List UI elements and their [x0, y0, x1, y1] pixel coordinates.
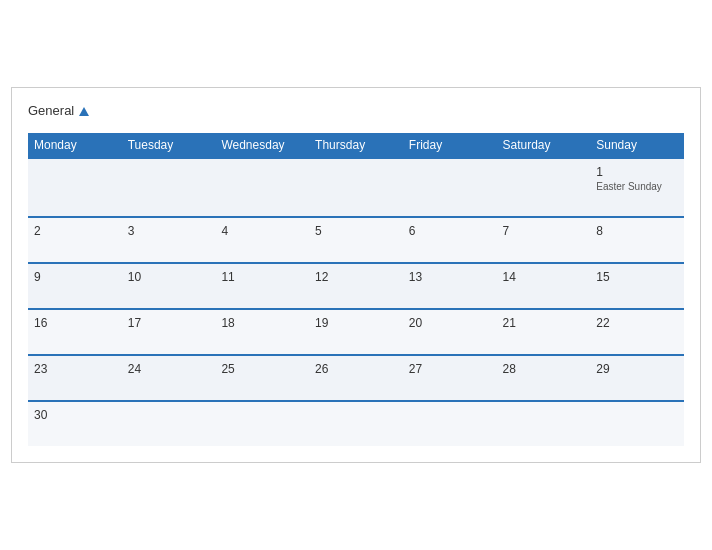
weekday-header-sunday: Sunday	[590, 133, 684, 158]
day-number: 7	[503, 224, 585, 238]
calendar-cell: 16	[28, 309, 122, 355]
calendar-cell: 9	[28, 263, 122, 309]
calendar-cell: 11	[215, 263, 309, 309]
calendar-cell: 12	[309, 263, 403, 309]
logo-general-text: General	[28, 104, 89, 118]
calendar-cell: 6	[403, 217, 497, 263]
week-row-1: 1Easter Sunday	[28, 158, 684, 217]
week-row-4: 16171819202122	[28, 309, 684, 355]
calendar-cell: 29	[590, 355, 684, 401]
weekday-header-row: MondayTuesdayWednesdayThursdayFridaySatu…	[28, 133, 684, 158]
calendar-cell: 8	[590, 217, 684, 263]
calendar-cell	[403, 158, 497, 217]
weekday-header-monday: Monday	[28, 133, 122, 158]
calendar-cell	[215, 401, 309, 446]
weekday-header-wednesday: Wednesday	[215, 133, 309, 158]
week-row-2: 2345678	[28, 217, 684, 263]
weekday-header-saturday: Saturday	[497, 133, 591, 158]
logo: General	[28, 104, 89, 118]
calendar-cell	[122, 401, 216, 446]
calendar-cell	[28, 158, 122, 217]
calendar-cell: 15	[590, 263, 684, 309]
calendar-thead: MondayTuesdayWednesdayThursdayFridaySatu…	[28, 133, 684, 158]
calendar-cell: 5	[309, 217, 403, 263]
day-number: 14	[503, 270, 585, 284]
calendar-cell	[122, 158, 216, 217]
calendar-cell: 19	[309, 309, 403, 355]
day-number: 17	[128, 316, 210, 330]
calendar-cell: 23	[28, 355, 122, 401]
calendar-cell	[497, 158, 591, 217]
calendar-body: 1Easter Sunday23456789101112131415161718…	[28, 158, 684, 446]
calendar-cell: 17	[122, 309, 216, 355]
weekday-header-tuesday: Tuesday	[122, 133, 216, 158]
day-number: 29	[596, 362, 678, 376]
calendar-cell: 20	[403, 309, 497, 355]
day-number: 30	[34, 408, 116, 422]
calendar-cell: 1Easter Sunday	[590, 158, 684, 217]
calendar-cell	[403, 401, 497, 446]
calendar-cell: 21	[497, 309, 591, 355]
calendar-cell: 13	[403, 263, 497, 309]
day-number: 10	[128, 270, 210, 284]
calendar-cell: 30	[28, 401, 122, 446]
day-number: 3	[128, 224, 210, 238]
day-number: 9	[34, 270, 116, 284]
calendar-cell: 24	[122, 355, 216, 401]
calendar-cell: 27	[403, 355, 497, 401]
weekday-header-friday: Friday	[403, 133, 497, 158]
day-number: 2	[34, 224, 116, 238]
day-number: 21	[503, 316, 585, 330]
day-number: 15	[596, 270, 678, 284]
calendar-cell: 2	[28, 217, 122, 263]
week-row-3: 9101112131415	[28, 263, 684, 309]
day-number: 26	[315, 362, 397, 376]
day-number: 1	[596, 165, 678, 179]
calendar-cell: 4	[215, 217, 309, 263]
day-number: 8	[596, 224, 678, 238]
day-number: 6	[409, 224, 491, 238]
day-number: 12	[315, 270, 397, 284]
day-number: 27	[409, 362, 491, 376]
day-number: 28	[503, 362, 585, 376]
day-number: 19	[315, 316, 397, 330]
weekday-header-thursday: Thursday	[309, 133, 403, 158]
calendar-cell	[309, 401, 403, 446]
day-number: 16	[34, 316, 116, 330]
day-number: 25	[221, 362, 303, 376]
calendar-cell: 18	[215, 309, 309, 355]
calendar-cell: 25	[215, 355, 309, 401]
day-number: 24	[128, 362, 210, 376]
day-number: 11	[221, 270, 303, 284]
week-row-6: 30	[28, 401, 684, 446]
calendar-cell	[497, 401, 591, 446]
day-number: 18	[221, 316, 303, 330]
day-event: Easter Sunday	[596, 181, 678, 192]
calendar-cell: 14	[497, 263, 591, 309]
calendar-cell: 26	[309, 355, 403, 401]
calendar-cell	[590, 401, 684, 446]
calendar-cell: 7	[497, 217, 591, 263]
calendar-container: General MondayTuesdayWednesdayThursdayFr…	[11, 87, 701, 462]
day-number: 23	[34, 362, 116, 376]
calendar-cell	[309, 158, 403, 217]
day-number: 20	[409, 316, 491, 330]
calendar-cell: 3	[122, 217, 216, 263]
day-number: 4	[221, 224, 303, 238]
day-number: 22	[596, 316, 678, 330]
calendar-table: MondayTuesdayWednesdayThursdayFridaySatu…	[28, 133, 684, 446]
day-number: 13	[409, 270, 491, 284]
week-row-5: 23242526272829	[28, 355, 684, 401]
day-number: 5	[315, 224, 397, 238]
calendar-header: General	[28, 104, 684, 118]
calendar-cell	[215, 158, 309, 217]
calendar-cell: 28	[497, 355, 591, 401]
calendar-cell: 22	[590, 309, 684, 355]
calendar-cell: 10	[122, 263, 216, 309]
